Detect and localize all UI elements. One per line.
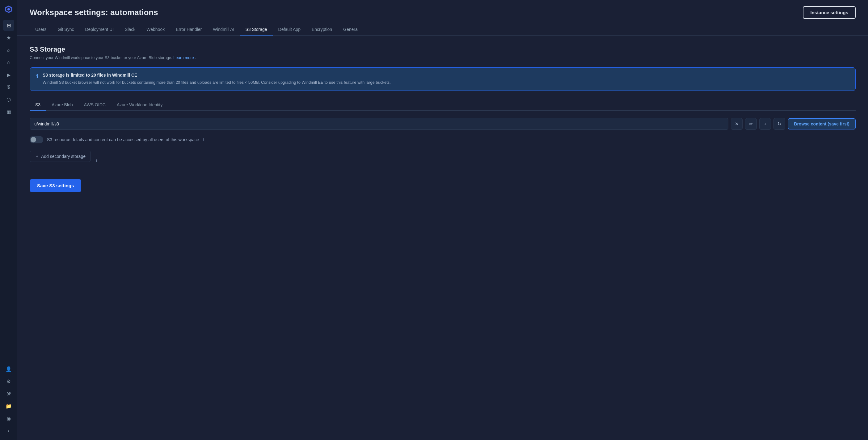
sidebar-calendar-icon[interactable]: ▦: [3, 106, 14, 117]
info-content: S3 storage is limited to 20 files in Win…: [43, 72, 391, 86]
logo-icon[interactable]: [3, 4, 14, 15]
toggle-row: S3 resource details and content can be a…: [30, 136, 856, 143]
sidebar-settings-icon[interactable]: ⚙: [3, 376, 14, 387]
sidebar-search-icon[interactable]: ⌕: [3, 45, 14, 56]
s3-path-input-row: ✕ ✏ + ↻ Browse content (save first): [30, 118, 856, 130]
sub-tab-s3[interactable]: S3: [30, 99, 46, 111]
all-users-toggle[interactable]: [30, 136, 43, 143]
sidebar-dashboard-icon[interactable]: ⊞: [3, 20, 14, 31]
tab-slack[interactable]: Slack: [119, 24, 141, 35]
tab-webhook[interactable]: Webhook: [141, 24, 170, 35]
tab-s3-storage[interactable]: S3 Storage: [240, 24, 273, 35]
sub-tab-aws-oidc[interactable]: AWS OIDC: [79, 99, 111, 111]
edit-icon: ✏: [749, 121, 753, 127]
info-text: Windmill S3 bucket browser will not work…: [43, 80, 391, 86]
tab-deployment-ui[interactable]: Deployment UI: [80, 24, 119, 35]
tab-users[interactable]: Users: [30, 24, 52, 35]
toggle-knob: [31, 137, 36, 142]
learn-more-link[interactable]: Learn more: [173, 55, 194, 60]
sidebar-build-icon[interactable]: ⚒: [3, 388, 14, 399]
tab-git-sync[interactable]: Git Sync: [52, 24, 80, 35]
sidebar-users-icon[interactable]: 👤: [3, 363, 14, 375]
edit-button[interactable]: ✏: [745, 118, 757, 130]
content-area: S3 Storage Connect your Windmill workspa…: [17, 35, 868, 440]
info-title: S3 storage is limited to 20 files in Win…: [43, 72, 391, 78]
main-tab-nav: Users Git Sync Deployment UI Slack Webho…: [17, 24, 868, 35]
secondary-storage-info-icon[interactable]: ℹ: [96, 158, 97, 163]
toggle-info-icon[interactable]: ℹ: [203, 137, 205, 142]
tab-default-app[interactable]: Default App: [273, 24, 306, 35]
sidebar-dollar-icon[interactable]: $: [3, 82, 14, 93]
tab-windmill-ai[interactable]: Windmill AI: [207, 24, 240, 35]
tab-encryption[interactable]: Encryption: [306, 24, 338, 35]
subtitle-text: Connect your Windmill workspace to your …: [30, 55, 173, 60]
sidebar-blocks-icon[interactable]: ⬡: [3, 94, 14, 105]
s3-path-input[interactable]: [30, 118, 728, 130]
sidebar-folder-icon[interactable]: 📁: [3, 401, 14, 412]
add-secondary-storage-row: ＋ Add secondary storage ℹ: [30, 151, 856, 171]
page-title: Workspace settings: automations: [30, 8, 158, 17]
plus-icon: +: [764, 121, 767, 126]
clear-icon: ✕: [735, 121, 739, 127]
add-secondary-storage-button[interactable]: ＋ Add secondary storage: [30, 151, 91, 162]
toggle-label: S3 resource details and content can be a…: [47, 137, 199, 142]
subtitle-end: .: [195, 55, 196, 60]
section-subtitle: Connect your Windmill workspace to your …: [30, 55, 856, 60]
refresh-icon: ↻: [777, 121, 781, 127]
clear-input-button[interactable]: ✕: [731, 118, 743, 130]
sidebar-eye-icon[interactable]: ◉: [3, 413, 14, 424]
info-banner: ℹ S3 storage is limited to 20 files in W…: [30, 67, 856, 91]
sidebar-star-icon[interactable]: ★: [3, 32, 14, 43]
add-secondary-label: Add secondary storage: [41, 154, 86, 159]
sidebar-home-icon[interactable]: ⌂: [3, 57, 14, 68]
section-title: S3 Storage: [30, 46, 856, 54]
info-circle-icon: ℹ: [36, 73, 38, 86]
sub-tab-azure-blob[interactable]: Azure Blob: [46, 99, 78, 111]
sidebar-play-icon[interactable]: ▶: [3, 69, 14, 80]
tab-general[interactable]: General: [338, 24, 364, 35]
sub-tab-azure-workload-identity[interactable]: Azure Workload Identity: [111, 99, 168, 111]
main-content: Workspace settings: automations Instance…: [17, 0, 868, 440]
sidebar: ⊞ ★ ⌕ ⌂ ▶ $ ⬡ ▦ 👤 ⚙ ⚒ 📁 ◉ ›: [0, 0, 17, 440]
plus-secondary-icon: ＋: [35, 153, 39, 159]
tab-error-handler[interactable]: Error Handler: [170, 24, 207, 35]
sidebar-chevron-icon[interactable]: ›: [3, 425, 14, 436]
instance-settings-button[interactable]: Instance settings: [803, 6, 856, 19]
refresh-button[interactable]: ↻: [773, 118, 785, 130]
header: Workspace settings: automations Instance…: [17, 0, 868, 24]
add-button[interactable]: +: [759, 118, 771, 130]
browse-content-button[interactable]: Browse content (save first): [788, 118, 856, 129]
save-s3-settings-button[interactable]: Save S3 settings: [30, 179, 81, 192]
sub-tab-nav: S3 Azure Blob AWS OIDC Azure Workload Id…: [30, 99, 856, 111]
